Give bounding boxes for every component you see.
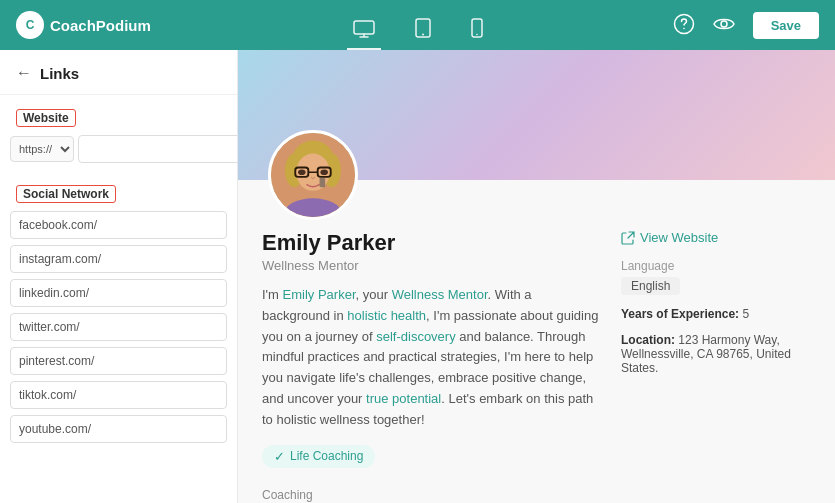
social-youtube-row (10, 415, 227, 443)
profile-main: Emily Parker Wellness Mentor I'm Emily P… (262, 230, 601, 502)
instagram-input[interactable] (10, 245, 227, 273)
social-instagram-row (10, 245, 227, 273)
help-icon[interactable] (673, 13, 695, 38)
location-row: Location: 123 Harmony Way, Wellnessville… (621, 333, 811, 375)
profile-job-title: Wellness Mentor (262, 258, 601, 273)
profile-info-sidebar: View Website Language English Years of E… (621, 230, 811, 502)
tablet-view-button[interactable] (409, 8, 437, 50)
pinterest-input[interactable] (10, 347, 227, 375)
social-pinterest-row (10, 347, 227, 375)
svg-point-16 (298, 169, 305, 175)
bio-name-highlight: Emily Parker (283, 287, 356, 302)
language-value: English (621, 277, 680, 295)
bio-role-highlight: Wellness Mentor (392, 287, 488, 302)
profile-banner (238, 50, 835, 180)
facebook-input[interactable] (10, 211, 227, 239)
svg-point-7 (721, 21, 727, 27)
save-button[interactable]: Save (753, 12, 819, 39)
svg-point-17 (320, 169, 327, 175)
profile-content: Emily Parker Wellness Mentor I'm Emily P… (238, 180, 835, 503)
svg-rect-18 (320, 178, 326, 187)
experience-label: Years of Experience: (621, 307, 739, 321)
social-facebook-row (10, 211, 227, 239)
social-twitter-row (10, 313, 227, 341)
main-layout: ← Links Website https:// http:// Social … (0, 50, 835, 503)
profile-bio: I'm Emily Parker, your Wellness Mentor. … (262, 285, 601, 431)
sidebar-title: Links (40, 65, 79, 82)
tiktok-input[interactable] (10, 381, 227, 409)
coaching-label: Coaching (262, 488, 601, 502)
life-coaching-tag: ✓ Life Coaching (262, 445, 375, 468)
social-section-label: Social Network (16, 185, 116, 203)
bio-health-highlight: holistic health (347, 308, 426, 323)
linkedin-input[interactable] (10, 279, 227, 307)
location-label: Location: (621, 333, 675, 347)
svg-rect-0 (354, 21, 374, 34)
svg-point-4 (476, 34, 478, 36)
preview-pane: Emily Parker Wellness Mentor I'm Emily P… (238, 50, 835, 503)
tag-check-icon: ✓ (274, 449, 285, 464)
experience-row: Years of Experience: 5 (621, 307, 811, 321)
logo-text: CoachPodium (50, 17, 151, 34)
logo: C CoachPodium (16, 11, 151, 39)
youtube-input[interactable] (10, 415, 227, 443)
bio-discovery-highlight: self-discovery (376, 329, 455, 344)
tag-label: Life Coaching (290, 449, 363, 463)
social-tiktok-row (10, 381, 227, 409)
sidebar-header: ← Links (0, 50, 237, 95)
experience-value: 5 (742, 307, 749, 321)
twitter-input[interactable] (10, 313, 227, 341)
desktop-view-button[interactable] (347, 10, 381, 50)
header-nav (347, 8, 489, 50)
bio-potential-highlight: true potential (366, 391, 441, 406)
profile-name: Emily Parker (262, 230, 601, 256)
website-url-input[interactable] (78, 135, 238, 163)
header: C CoachPodium (0, 0, 835, 50)
view-website-link[interactable]: View Website (621, 230, 811, 245)
eye-icon[interactable] (713, 16, 735, 35)
website-section-label: Website (16, 109, 76, 127)
logo-icon: C (16, 11, 44, 39)
social-linkedin-row (10, 279, 227, 307)
website-input-group: https:// http:// (10, 135, 227, 163)
svg-point-6 (683, 27, 685, 29)
avatar-wrapper (268, 130, 358, 220)
header-actions: Save (673, 12, 819, 39)
avatar (268, 130, 358, 220)
svg-point-2 (422, 34, 424, 36)
back-button[interactable]: ← (16, 64, 32, 82)
website-protocol-select[interactable]: https:// http:// (10, 136, 74, 162)
view-website-text: View Website (640, 230, 718, 245)
sidebar: ← Links Website https:// http:// Social … (0, 50, 238, 503)
language-label: Language (621, 259, 811, 273)
mobile-view-button[interactable] (465, 8, 489, 50)
